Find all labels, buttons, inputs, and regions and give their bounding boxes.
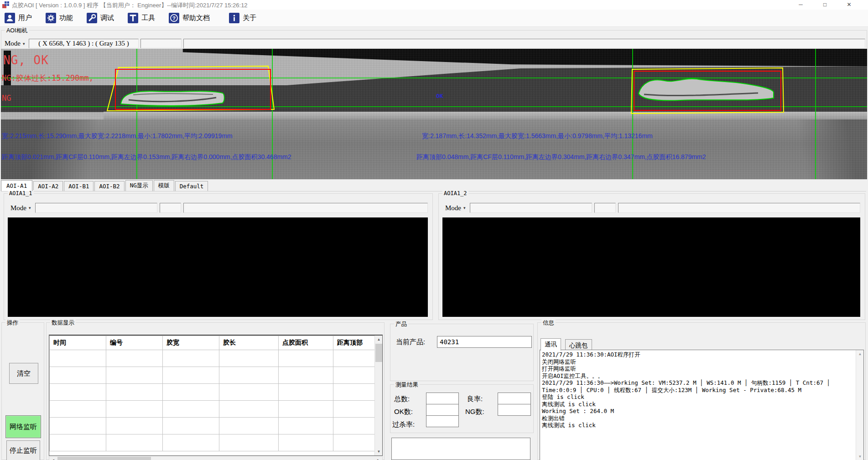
maximize-icon[interactable]: □ — [814, 0, 836, 10]
col-glue-length[interactable]: 胶长 — [219, 336, 279, 350]
table-cell[interactable] — [333, 384, 376, 401]
total-field[interactable] — [426, 393, 459, 404]
panel2-field-3[interactable] — [618, 203, 860, 213]
toolbar-item-about[interactable]: 关于 — [229, 13, 256, 23]
panel2-field-2[interactable] — [594, 203, 616, 213]
table-cell[interactable] — [50, 350, 106, 367]
tab-default[interactable]: Default — [175, 181, 208, 191]
camera-field-3[interactable] — [183, 39, 865, 48]
table-cell[interactable] — [279, 367, 333, 384]
minimize-icon[interactable]: ─ — [790, 0, 811, 10]
panel2-canvas[interactable] — [442, 217, 860, 317]
col-id[interactable]: 编号 — [106, 336, 163, 350]
panel2-mode-dropdown[interactable]: Mode ▾ — [443, 203, 467, 213]
product-note-box[interactable] — [391, 438, 530, 460]
tab-template[interactable]: 模版 — [154, 180, 174, 191]
camera-view[interactable]: NG, OK NG:胶体过长:15.290mm, NG OK 宽:2.215mm… — [1, 49, 867, 179]
table-row[interactable] — [50, 384, 376, 401]
clear-button[interactable]: 清空 — [9, 363, 38, 384]
tab-aoi-b1[interactable]: AOI-B1 — [64, 181, 94, 191]
table-cell[interactable] — [163, 350, 219, 367]
table-cell[interactable] — [279, 350, 333, 367]
col-glue-area[interactable]: 点胶面积 — [279, 336, 333, 350]
table-cell[interactable] — [333, 350, 376, 367]
table-cell[interactable] — [106, 434, 163, 451]
stop-listen-button[interactable]: 停止监听 — [6, 440, 40, 460]
network-listen-button[interactable]: 网络监听 — [5, 415, 41, 438]
table-cell[interactable] — [50, 418, 106, 434]
table-cell[interactable] — [106, 367, 163, 384]
table-cell[interactable] — [219, 401, 279, 418]
table-cell[interactable] — [279, 384, 333, 401]
scroll-right-icon[interactable]: ► — [374, 456, 382, 460]
ng-count-field[interactable] — [498, 404, 531, 416]
scroll-up-icon[interactable]: ▲ — [856, 350, 864, 358]
tab-comm[interactable]: 通讯 — [541, 338, 561, 351]
table-cell[interactable] — [333, 401, 376, 418]
table-cell[interactable] — [106, 350, 163, 367]
scroll-down-icon[interactable]: ▼ — [375, 448, 383, 455]
scroll-up-icon[interactable]: ▲ — [375, 336, 383, 343]
table-cell[interactable] — [219, 418, 279, 434]
table-cell[interactable] — [219, 367, 279, 384]
panel1-field-1[interactable] — [35, 203, 157, 213]
col-dist-top[interactable]: 距离顶部 — [333, 336, 376, 350]
toolbar-item-function[interactable]: 功能 — [46, 13, 73, 23]
table-cell[interactable] — [50, 384, 106, 401]
panel1-field-2[interactable] — [160, 203, 181, 213]
camera-mode-dropdown[interactable]: Mode ▾ — [3, 39, 27, 48]
close-icon[interactable]: ✕ — [838, 0, 860, 10]
table-cell[interactable] — [50, 401, 106, 418]
table-cell[interactable] — [219, 434, 279, 451]
table-cell[interactable] — [106, 418, 163, 434]
toolbar-item-debug[interactable]: 调试 — [87, 13, 114, 23]
table-row[interactable] — [50, 401, 376, 418]
scroll-down-icon[interactable]: ▼ — [856, 453, 864, 460]
table-cell[interactable] — [50, 367, 106, 384]
table-vscrollbar[interactable]: ▲ ▼ — [374, 336, 382, 455]
ok-count-field[interactable] — [426, 404, 459, 416]
table-cell[interactable] — [106, 401, 163, 418]
camera-field-2[interactable] — [140, 39, 182, 48]
table-hscrollbar[interactable]: ◄ ► — [49, 456, 383, 460]
table-row[interactable] — [50, 367, 376, 384]
table-cell[interactable] — [333, 418, 376, 434]
toolbar-item-user[interactable]: 用户 — [5, 13, 32, 23]
col-time[interactable]: 时间 — [50, 336, 106, 350]
table-row[interactable] — [50, 418, 376, 434]
panel2-field-1[interactable] — [470, 203, 592, 213]
panel1-field-3[interactable] — [183, 203, 428, 213]
col-glue-width[interactable]: 胶宽 — [163, 336, 219, 350]
toolbar-item-help[interactable]: ? 帮助文档 — [169, 13, 210, 23]
table-row[interactable] — [50, 350, 376, 367]
toolbar-item-tools[interactable]: 工具 — [128, 13, 155, 23]
table-cell[interactable] — [279, 434, 333, 451]
tab-aoi-a2[interactable]: AOI-A2 — [33, 181, 63, 191]
table-cell[interactable] — [163, 384, 219, 401]
table-cell[interactable] — [163, 401, 219, 418]
table-cell[interactable] — [163, 418, 219, 434]
camera-coords-field[interactable]: ( X 6568, Y 1463 ) : ( Gray 135 ) — [29, 39, 139, 48]
log-scrollbar[interactable]: ▲ ▼ — [856, 350, 863, 460]
yield-field[interactable] — [498, 393, 531, 404]
overkill-field[interactable] — [426, 415, 459, 427]
table-cell[interactable] — [163, 367, 219, 384]
table-cell[interactable] — [333, 367, 376, 384]
table-vscroll-thumb[interactable] — [375, 344, 382, 362]
table-cell[interactable] — [219, 350, 279, 367]
panel1-canvas[interactable] — [8, 217, 428, 317]
current-product-field[interactable]: 40231 — [437, 336, 532, 348]
table-cell[interactable] — [163, 434, 219, 451]
table-row[interactable] — [50, 434, 376, 451]
tab-aoi-a1[interactable]: AOI-A1 — [1, 180, 32, 191]
table-cell[interactable] — [219, 384, 279, 401]
table-hscroll-thumb[interactable] — [57, 457, 151, 460]
panel1-mode-dropdown[interactable]: Mode ▾ — [9, 203, 32, 213]
tab-ng-display[interactable]: NG显示 — [125, 180, 153, 191]
table-cell[interactable] — [106, 384, 163, 401]
table-cell[interactable] — [333, 434, 376, 451]
tab-aoi-b2[interactable]: AOI-B2 — [94, 181, 124, 191]
log-box[interactable]: 2021/7/29 11:36:30:AOI程序打开关闭网络监听打开网络监听开启… — [540, 350, 864, 460]
table-cell[interactable] — [50, 434, 106, 451]
table-cell[interactable] — [279, 401, 333, 418]
